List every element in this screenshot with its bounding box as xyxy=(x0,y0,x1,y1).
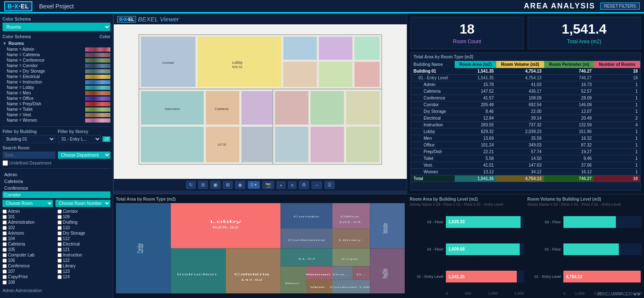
cb-121[interactable] xyxy=(58,248,62,252)
table-cell-volume: 4,754.13 xyxy=(496,175,544,182)
cb-label-electrical: Electrical xyxy=(63,242,80,246)
cb-label-105: 105 xyxy=(8,247,15,252)
table-row[interactable]: Total1,541.354,754.13746.2718 xyxy=(411,175,640,182)
table-row[interactable]: Building 011,541.354,754.13746.2718 xyxy=(411,68,640,75)
building-select[interactable]: Building 01 xyxy=(3,135,55,143)
toolbar-settings-btn[interactable]: ⚙ xyxy=(299,181,309,189)
color-swatch-vest xyxy=(85,113,110,117)
cb-109[interactable] xyxy=(58,215,62,219)
cb-label-drafting: Drafting xyxy=(63,220,78,225)
cb-administration[interactable] xyxy=(3,220,7,225)
cb-107[interactable] xyxy=(3,269,7,274)
table-row[interactable]: Dry Storage8.4622.0012.071 xyxy=(411,108,640,115)
cb-106[interactable] xyxy=(3,259,7,263)
page-title: AREA ANALYSIS xyxy=(524,2,595,10)
cb-104[interactable] xyxy=(3,237,7,241)
logo-b: B xyxy=(8,3,12,10)
schema-item-corridor: Name = Corridor xyxy=(3,63,110,68)
cb-112[interactable] xyxy=(58,237,62,241)
cb-110[interactable] xyxy=(58,226,62,230)
color-swatch-lobby xyxy=(85,86,110,90)
cb-computer-lab[interactable] xyxy=(3,253,7,257)
cb-corridor[interactable] xyxy=(58,209,62,214)
color-schema-select[interactable]: Rooms xyxy=(3,23,110,31)
bar-fill-03-area: 1,625.33 xyxy=(446,216,521,228)
table-row[interactable]: 01 - Entry Level1,541.354,754.13746.2718 xyxy=(411,75,640,81)
room-type-admin[interactable]: Admin xyxy=(3,171,110,178)
toolbar-expand-btn[interactable]: ↔ xyxy=(312,181,322,189)
undefined-dept-checkbox[interactable] xyxy=(3,160,8,166)
bar-label-03-vol: 03 - Floor xyxy=(527,220,561,224)
table-cell-perimeter: 151.95 xyxy=(544,128,594,135)
cb-102[interactable] xyxy=(3,226,7,230)
cb-conference[interactable] xyxy=(3,264,7,268)
schema-label-instruction: Name = Instruction xyxy=(7,80,85,84)
table-row[interactable]: Cafeteria147.52436.1752.571 xyxy=(411,88,640,95)
cb-108[interactable] xyxy=(3,280,7,285)
cb-label-121: 121 xyxy=(63,247,70,252)
cb-library[interactable] xyxy=(58,264,62,268)
cb-electrical[interactable] xyxy=(58,242,62,246)
svg-rect-26 xyxy=(346,91,380,125)
rooms-parent-row: ▼ Rooms xyxy=(3,40,110,47)
table-row[interactable]: Toilet5.5814.509.461 xyxy=(411,155,640,162)
toolbar-grid-btn[interactable]: ⊞ xyxy=(198,181,208,189)
schema-col2-label: Color xyxy=(99,34,110,39)
bar-row-02-area: 02 - Floor 1,609.68 xyxy=(410,243,524,255)
choose-department-select[interactable]: Choose Department xyxy=(58,152,111,159)
toolbar-pan-btn[interactable]: ⊠ xyxy=(223,181,233,189)
table-row[interactable]: Lobby629.322,039.23151.951 xyxy=(411,128,640,135)
room-type-conference[interactable]: Conference xyxy=(3,185,110,191)
search-room-input[interactable] xyxy=(3,152,55,159)
cb-123[interactable] xyxy=(58,269,62,274)
table-cell-perimeter: 746.27 xyxy=(544,175,594,182)
svg-rect-17 xyxy=(141,127,204,162)
table-row[interactable]: Prep/Dish22.2157.7419.271 xyxy=(411,149,640,155)
table-row[interactable]: Vest.41.01147.6337.061 xyxy=(411,162,640,169)
table-row[interactable]: Women13.1234.1216.121 xyxy=(411,169,640,175)
cb-dry-storage[interactable] xyxy=(58,231,62,235)
cb-label-administration: Administration xyxy=(8,220,34,225)
room-type-corridor[interactable]: Corridor xyxy=(3,191,110,198)
table-row[interactable]: Conference41.57108.0928.091 xyxy=(411,95,640,102)
table-row[interactable]: Instruction283.55737.32132.594 xyxy=(411,122,640,128)
choose-room-select[interactable]: Choose Room xyxy=(3,200,53,207)
cb-124[interactable] xyxy=(58,275,62,279)
reset-filters-button[interactable]: RESET FILTERS xyxy=(600,3,640,10)
cb-cafeteria[interactable] xyxy=(3,242,7,246)
toolbar-camera-btn[interactable]: 📷 xyxy=(262,181,274,189)
checkbox-109: 109 xyxy=(58,214,111,220)
table-cell-volume: 14.50 xyxy=(496,155,544,162)
table-row[interactable]: Corridor205.48692.54146.091 xyxy=(411,102,640,108)
cb-drafting[interactable] xyxy=(58,220,62,225)
cb-101[interactable] xyxy=(3,215,7,219)
cb-instruction[interactable] xyxy=(58,253,62,257)
toolbar-menu-btn[interactable]: ☰ xyxy=(325,181,335,189)
filter-building-label: Filter by Building xyxy=(3,129,55,134)
storey-select[interactable]: 01 - Entry L... xyxy=(58,135,101,143)
checkbox-112: 112 xyxy=(58,236,111,241)
toolbar-measure-btn[interactable]: ◉ xyxy=(235,181,245,189)
choose-room-number-select[interactable]: Choose Room Number xyxy=(55,200,110,207)
table-cell-name: Dry Storage xyxy=(411,108,455,115)
schema-item-lobby: Name = Lobby xyxy=(3,85,110,90)
toolbar-record-btn[interactable]: ● xyxy=(277,181,285,189)
table-row[interactable]: Admin15.7841.0316.731 xyxy=(411,81,640,88)
floor-plan-canvas[interactable]: Lobby 629.32 Corridor xyxy=(114,24,407,179)
table-row[interactable]: Men13.6935.5916.321 xyxy=(411,135,640,142)
toolbar-list-btn[interactable]: ≡ xyxy=(288,181,296,189)
cb-122[interactable] xyxy=(58,259,62,263)
cb-admin[interactable] xyxy=(3,209,7,214)
schema-item-vest: Name = Vest. xyxy=(3,112,110,118)
toolbar-rotate-btn[interactable]: ↻ xyxy=(186,181,196,189)
cb-105[interactable] xyxy=(3,248,7,252)
cb-copy-print[interactable] xyxy=(3,275,7,279)
table-row[interactable]: Office101.24349.0387.321 xyxy=(411,142,640,149)
schema-label-corridor: Name = Corridor xyxy=(7,63,85,68)
table-row[interactable]: Electrical12.8439.1420.492 xyxy=(411,115,640,122)
cb-advisors[interactable] xyxy=(3,231,7,235)
room-type-cafeteria[interactable]: Cafeteria xyxy=(3,178,110,185)
toolbar-zoom-btn[interactable]: 0 ▾ xyxy=(248,181,260,189)
content-area: B·X·EL BEXEL Viewer xyxy=(113,13,644,298)
toolbar-select-btn[interactable]: ▣ xyxy=(210,181,220,189)
